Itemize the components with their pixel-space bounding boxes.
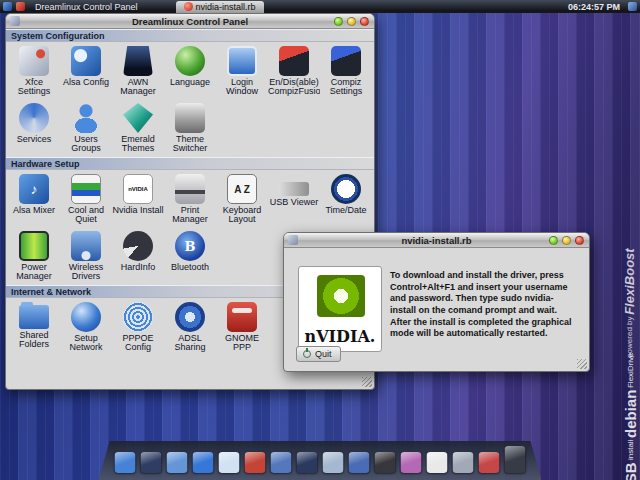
browser-swirl-icon[interactable] bbox=[271, 452, 292, 473]
graphics-app-icon[interactable] bbox=[401, 452, 422, 473]
wireless-drivers-icon bbox=[71, 231, 101, 261]
task-tab-label: nvidia-install.rb bbox=[196, 2, 256, 12]
app-shared-folders[interactable]: Shared Folders bbox=[8, 299, 60, 356]
adsl-sharing-icon bbox=[175, 302, 205, 332]
app-label: Setup Network bbox=[60, 334, 112, 353]
app-xfce-settings[interactable]: Xfce Settings bbox=[8, 43, 60, 100]
app-theme-switcher[interactable]: Theme Switcher bbox=[164, 100, 216, 157]
app-alsa-config[interactable]: Alsa Config bbox=[60, 43, 112, 100]
app-label: Compiz Settings bbox=[320, 78, 372, 97]
app-setup-network[interactable]: Setup Network bbox=[60, 299, 112, 356]
app-label: Alsa Mixer bbox=[8, 206, 60, 215]
app-label: GNOME PPP bbox=[216, 334, 268, 353]
network-globe-icon[interactable] bbox=[219, 452, 240, 473]
menu-icon[interactable] bbox=[3, 2, 12, 11]
watermark-flexiboost: powered by FlexiBoost bbox=[622, 248, 637, 358]
app-gnome-ppp[interactable]: GNOME PPP bbox=[216, 299, 268, 356]
dock-shelf bbox=[99, 441, 542, 480]
time-date-icon bbox=[331, 174, 361, 204]
app-login-window[interactable]: Login Window bbox=[216, 43, 268, 100]
music-disc-icon[interactable] bbox=[375, 452, 396, 473]
alsa-mixer-icon bbox=[19, 174, 49, 204]
active-window-label[interactable]: Dreamlinux Control Panel bbox=[29, 2, 144, 12]
usb-viewer-icon bbox=[279, 182, 309, 196]
display-icon[interactable] bbox=[115, 452, 136, 473]
cd-burner-icon[interactable] bbox=[323, 452, 344, 473]
dialog-message: To download and install the driver, pres… bbox=[390, 270, 579, 340]
app-print-manager[interactable]: Print Manager bbox=[164, 171, 216, 228]
app-nvidia-install[interactable]: Nvidia Install bbox=[112, 171, 164, 228]
minimize-button[interactable] bbox=[347, 17, 356, 26]
package-manager-icon[interactable] bbox=[479, 452, 500, 473]
control-panel-titlebar[interactable]: Dreamlinux Control Panel bbox=[6, 14, 374, 29]
app-compiz-fusion[interactable]: En/Dis(able) CompizFusion bbox=[268, 43, 320, 100]
nvidia-dialog-titlebar[interactable]: nvidia-install.rb bbox=[284, 233, 589, 248]
app-alsa-mixer[interactable]: Alsa Mixer bbox=[8, 171, 60, 228]
app-label: ADSL Sharing bbox=[164, 334, 216, 353]
close-button[interactable] bbox=[575, 236, 584, 245]
eject-panel-icon[interactable] bbox=[505, 446, 526, 473]
watermark-usb-text: USB bbox=[622, 462, 639, 480]
emerald-themes-icon bbox=[123, 103, 153, 133]
resize-grip[interactable] bbox=[577, 359, 587, 369]
close-button[interactable] bbox=[360, 17, 369, 26]
app-power-manager[interactable]: Power Manager bbox=[8, 228, 60, 285]
app-bluetooth[interactable]: Bluetooth bbox=[164, 228, 216, 285]
app-usb-viewer[interactable]: USB Viewer bbox=[268, 171, 320, 228]
desktop: powered by FlexiBoost USB install debian… bbox=[0, 0, 640, 480]
workspace-icon[interactable] bbox=[141, 452, 162, 473]
app-compiz-settings[interactable]: Compiz Settings bbox=[320, 43, 372, 100]
media-player-icon[interactable] bbox=[297, 452, 318, 473]
setup-network-icon bbox=[71, 302, 101, 332]
watermark-install-text: install bbox=[626, 440, 635, 460]
alsa-config-icon bbox=[71, 46, 101, 76]
control-panel-window-icon bbox=[10, 16, 20, 26]
resize-grip[interactable] bbox=[362, 377, 372, 387]
app-wireless-drivers[interactable]: Wireless Drivers bbox=[60, 228, 112, 285]
app-keyboard-layout[interactable]: Keyboard Layout bbox=[216, 171, 268, 228]
language-icon bbox=[175, 46, 205, 76]
compiz-fusion-icon bbox=[279, 46, 309, 76]
app-label: Language bbox=[164, 78, 216, 87]
file-manager-icon[interactable] bbox=[167, 452, 188, 473]
nvidia-brand-text: nVIDIA. bbox=[299, 327, 381, 346]
app-label: Time/Date bbox=[320, 206, 372, 215]
clock[interactable]: 06:24:57 PM bbox=[568, 2, 624, 12]
quit-button[interactable]: Quit bbox=[296, 346, 341, 362]
section-header: System Configuration bbox=[6, 29, 374, 42]
tray-icon[interactable] bbox=[628, 2, 637, 11]
app-services[interactable]: Services bbox=[8, 100, 60, 157]
app-label: Keyboard Layout bbox=[216, 206, 268, 225]
app-label: Xfce Settings bbox=[8, 78, 60, 97]
minimize-button[interactable] bbox=[562, 236, 571, 245]
app-label: Cool and Quiet bbox=[60, 206, 112, 225]
utilities-icon[interactable] bbox=[453, 452, 474, 473]
app-hardinfo[interactable]: HardInfo bbox=[112, 228, 164, 285]
pdf-reader-icon[interactable] bbox=[245, 452, 266, 473]
launcher-icon[interactable] bbox=[16, 2, 25, 11]
app-label: Power Manager bbox=[8, 263, 60, 282]
nvidia-install-icon bbox=[123, 174, 153, 204]
app-users-groups[interactable]: Users Groups bbox=[60, 100, 112, 157]
theme-switcher-icon bbox=[175, 103, 205, 133]
app-cool-quiet[interactable]: Cool and Quiet bbox=[60, 171, 112, 228]
app-time-date[interactable]: Time/Date bbox=[320, 171, 372, 228]
audio-player-icon[interactable] bbox=[349, 452, 370, 473]
shade-button[interactable] bbox=[549, 236, 558, 245]
app-adsl-sharing[interactable]: ADSL Sharing bbox=[164, 299, 216, 356]
app-awn-manager[interactable]: AWN Manager bbox=[112, 43, 164, 100]
app-pppoe-config[interactable]: PPPOE Config bbox=[112, 299, 164, 356]
app-emerald-themes[interactable]: Emerald Themes bbox=[112, 100, 164, 157]
control-panel-title: Dreamlinux Control Panel bbox=[132, 16, 248, 27]
app-label: Shared Folders bbox=[8, 331, 60, 350]
app-label: Login Window bbox=[216, 78, 268, 97]
keyboard-layout-icon bbox=[227, 174, 257, 204]
text-editor-icon[interactable] bbox=[427, 452, 448, 473]
shade-button[interactable] bbox=[334, 17, 343, 26]
power-icon bbox=[303, 350, 311, 358]
dock bbox=[99, 441, 542, 480]
nvidia-install-dialog: nvidia-install.rb nVIDIA. To download an… bbox=[283, 232, 590, 372]
task-tab-nvidia-install[interactable]: nvidia-install.rb bbox=[176, 1, 264, 13]
app-language[interactable]: Language bbox=[164, 43, 216, 100]
web-browser-icon[interactable] bbox=[193, 452, 214, 473]
